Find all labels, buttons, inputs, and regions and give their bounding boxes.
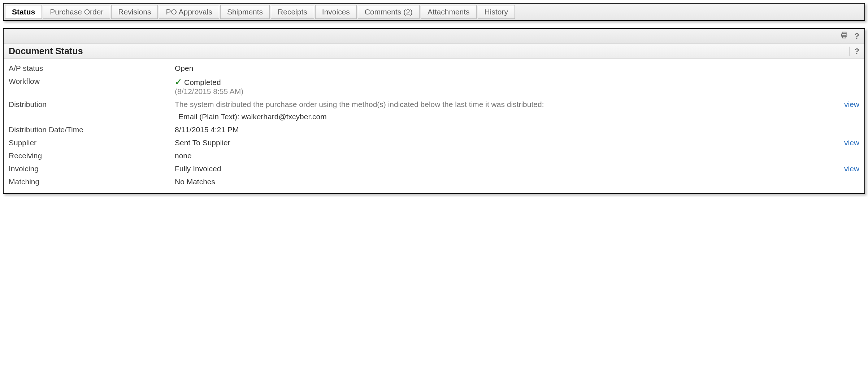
value-distribution: The system distributed the purchase orde… (175, 100, 838, 121)
value-distribution-datetime: 8/11/2015 4:21 PM (175, 125, 838, 134)
tab-receipts[interactable]: Receipts (271, 5, 314, 19)
value-invoicing: Fully Invoiced (175, 164, 838, 173)
row-distribution-datetime: Distribution Date/Time 8/11/2015 4:21 PM (9, 123, 859, 136)
label-matching: Matching (9, 177, 175, 186)
label-distribution-datetime: Distribution Date/Time (9, 125, 175, 134)
print-icon[interactable] (840, 31, 848, 41)
label-supplier: Supplier (9, 138, 175, 147)
value-ap-status: Open (175, 64, 838, 73)
tab-invoices[interactable]: Invoices (315, 5, 357, 19)
workflow-timestamp: (8/12/2015 8:55 AM) (175, 87, 243, 95)
panel-toolbar: ? (4, 29, 864, 43)
tab-status[interactable]: Status (5, 5, 42, 19)
label-distribution: Distribution (9, 100, 175, 109)
panel-help-icon[interactable]: ? (855, 31, 859, 41)
tablist: Status Purchase Order Revisions PO Appro… (5, 5, 863, 19)
label-ap-status: A/P status (9, 64, 175, 73)
distribution-note: The system distributed the purchase orde… (175, 100, 838, 109)
row-supplier: Supplier Sent To Supplier view (9, 136, 859, 149)
label-invoicing: Invoicing (9, 164, 175, 173)
distribution-view-link[interactable]: view (844, 100, 859, 108)
row-matching: Matching No Matches (9, 175, 859, 188)
tab-purchase-order[interactable]: Purchase Order (43, 5, 110, 19)
row-workflow: Workflow ✓Completed (8/12/2015 8:55 AM) (9, 75, 859, 98)
value-supplier: Sent To Supplier (175, 138, 838, 147)
row-ap-status: A/P status Open (9, 62, 859, 75)
check-icon: ✓ (175, 77, 182, 87)
row-distribution: Distribution The system distributed the … (9, 98, 859, 123)
tab-po-approvals[interactable]: PO Approvals (159, 5, 219, 19)
tab-revisions[interactable]: Revisions (111, 5, 158, 19)
supplier-view-link[interactable]: view (844, 138, 859, 147)
tab-comments[interactable]: Comments (2) (358, 5, 420, 19)
value-receiving: none (175, 151, 838, 160)
workflow-status-text: Completed (184, 78, 221, 86)
value-workflow: ✓Completed (8/12/2015 8:55 AM) (175, 77, 838, 96)
tab-history[interactable]: History (478, 5, 515, 19)
section-header: Document Status ? (4, 43, 864, 59)
value-matching: No Matches (175, 177, 838, 186)
tab-attachments[interactable]: Attachments (421, 5, 477, 19)
status-body: A/P status Open Workflow ✓Completed (8/1… (4, 59, 864, 193)
status-panel: ? Document Status ? A/P status Open Work… (3, 28, 865, 194)
tab-bar: Status Purchase Order Revisions PO Appro… (3, 3, 865, 21)
section-help-icon[interactable]: ? (849, 47, 859, 56)
tab-shipments[interactable]: Shipments (220, 5, 270, 19)
row-receiving: Receiving none (9, 149, 859, 162)
section-title: Document Status (9, 46, 83, 56)
row-invoicing: Invoicing Fully Invoiced view (9, 162, 859, 175)
invoicing-view-link[interactable]: view (844, 164, 859, 173)
label-receiving: Receiving (9, 151, 175, 160)
label-workflow: Workflow (9, 77, 175, 86)
distribution-method: Email (Plain Text): walkerhard@txcyber.c… (175, 112, 838, 121)
